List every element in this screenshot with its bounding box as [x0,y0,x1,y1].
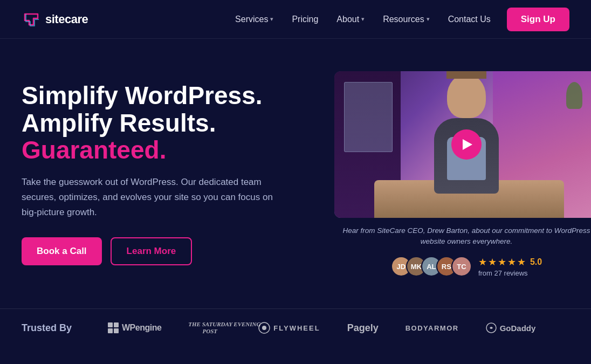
star-icon: ★ [488,256,497,268]
trusted-by-label: Trusted By [22,322,86,334]
trusted-by-bar: Trusted By WPengine THE SATURDAY EVENING… [0,308,591,347]
hero-title-line1: Simplify WordPress. [22,81,263,109]
header: sitecare Services ▾ Pricing About ▾ Reso… [0,0,591,39]
hero-content: Simplify WordPress. Amplify Results. Gua… [22,71,302,265]
godaddy-icon [486,322,497,333]
reviews-row: JD MK AL RS TC ★ ★ ★ ★ ★ 5.0 from 27 rev… [391,256,542,277]
hero-title-guaranteed: Guaranteed. [22,136,302,164]
saturday-evening-post-logo: THE SATURDAY EVENINGPOST [188,321,231,335]
scene-window [344,82,393,152]
hero-video-area: Hear from SiteCare CEO, Drew Barton, abo… [334,71,591,277]
chevron-down-icon: ▾ [270,16,273,23]
book-call-button[interactable]: Book a Call [22,237,102,265]
star-icon: ★ [507,256,516,268]
video-caption: Hear from SiteCare CEO, Drew Barton, abo… [337,225,591,248]
star-icon: ★ [498,256,506,268]
hero-title: Simplify WordPress. Amplify Results. Gua… [22,82,302,164]
avatar: TC [451,256,472,277]
nav-services[interactable]: Services ▾ [228,10,281,29]
nav-resources[interactable]: Resources ▾ [375,10,437,29]
logo[interactable]: sitecare [22,10,88,29]
reviews-count: from 27 reviews [478,269,542,277]
scene-head [447,74,486,118]
hero-title-line2: Amplify Results. [22,109,216,137]
nav-about[interactable]: About ▾ [329,10,372,29]
chevron-down-icon: ▾ [361,16,365,23]
learn-more-button[interactable]: Learn More [111,237,193,265]
star-icon: ★ [478,256,487,268]
main-nav: Services ▾ Pricing About ▾ Resources ▾ C… [228,8,569,31]
signup-button[interactable]: Sign Up [507,8,569,31]
bodyarmor-logo: BODYARMOR [406,324,459,332]
star-rating: ★ ★ ★ ★ ★ 5.0 [478,256,542,268]
hero-description: Take the guesswork out of WordPress. Our… [22,175,280,220]
pagely-logo: Pagely [347,322,379,334]
hero-section: Simplify WordPress. Amplify Results. Gua… [0,39,591,308]
wpengine-grid-icon [108,322,119,333]
trusted-logos-list: WPengine THE SATURDAY EVENINGPOST FLYWHE… [86,321,569,335]
chevron-down-icon: ▾ [427,16,430,23]
scene-plant [566,82,582,109]
play-triangle-icon [463,139,472,150]
star-icon: ★ [517,256,526,268]
svg-point-2 [262,326,266,330]
godaddy-logo: GoDaddy [486,322,536,333]
play-button[interactable] [451,129,482,160]
video-player[interactable] [334,71,591,218]
wpengine-logo: WPengine [108,322,161,333]
flywheel-icon [258,322,270,334]
nav-pricing[interactable]: Pricing [284,10,326,29]
hero-cta-buttons: Book a Call Learn More [22,237,302,265]
rating-score: 5.0 [530,257,542,267]
logo-text: sitecare [45,12,88,26]
star-rating-info: ★ ★ ★ ★ ★ 5.0 from 27 reviews [478,256,542,277]
flywheel-logo: FLYWHEEL [258,322,320,334]
scene-hair [446,71,486,79]
nav-contact[interactable]: Contact Us [441,10,498,29]
reviewer-avatars: JD MK AL RS TC [391,256,472,277]
